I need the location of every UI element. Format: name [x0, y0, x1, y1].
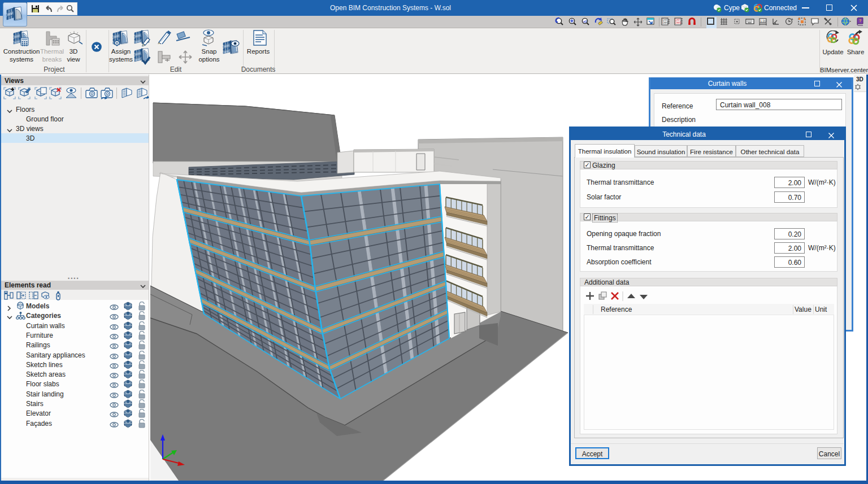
svg-text:DWG: DWG: [662, 21, 669, 24]
svg-text:x2: x2: [583, 20, 587, 23]
svg-text:DWG: DWG: [675, 21, 682, 24]
svg-text:?: ?: [859, 19, 861, 23]
svg-text:1.00: 1.00: [760, 19, 766, 23]
